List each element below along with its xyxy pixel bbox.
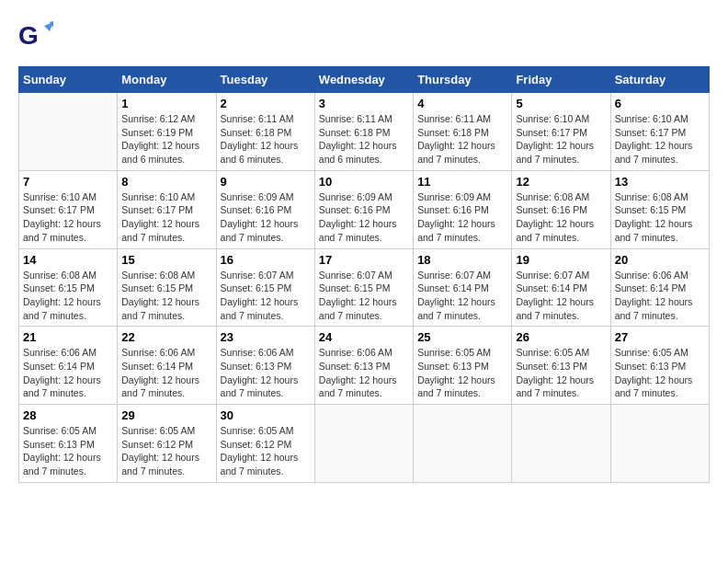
calendar-cell: 12Sunrise: 6:08 AM Sunset: 6:16 PM Dayli… bbox=[512, 170, 610, 248]
day-info: Sunrise: 6:05 AM Sunset: 6:12 PM Dayligh… bbox=[221, 424, 311, 478]
day-number: 12 bbox=[516, 175, 606, 189]
day-number: 18 bbox=[417, 253, 507, 267]
day-info: Sunrise: 6:06 AM Sunset: 6:13 PM Dayligh… bbox=[221, 346, 311, 400]
day-number: 11 bbox=[417, 175, 507, 189]
day-number: 20 bbox=[615, 253, 705, 267]
day-info: Sunrise: 6:07 AM Sunset: 6:14 PM Dayligh… bbox=[516, 269, 606, 323]
day-info: Sunrise: 6:10 AM Sunset: 6:17 PM Dayligh… bbox=[615, 112, 705, 167]
day-info: Sunrise: 6:09 AM Sunset: 6:16 PM Dayligh… bbox=[417, 190, 507, 245]
day-info: Sunrise: 6:10 AM Sunset: 6:17 PM Dayligh… bbox=[516, 112, 606, 167]
day-number: 26 bbox=[516, 330, 606, 344]
calendar-cell: 10Sunrise: 6:09 AM Sunset: 6:16 PM Dayli… bbox=[314, 170, 413, 248]
day-info: Sunrise: 6:08 AM Sunset: 6:16 PM Dayligh… bbox=[516, 190, 606, 245]
day-info: Sunrise: 6:07 AM Sunset: 6:15 PM Dayligh… bbox=[319, 269, 409, 323]
calendar-cell: 24Sunrise: 6:06 AM Sunset: 6:13 PM Dayli… bbox=[314, 327, 413, 405]
day-number: 17 bbox=[319, 253, 409, 267]
calendar-cell: 17Sunrise: 6:07 AM Sunset: 6:15 PM Dayli… bbox=[314, 248, 413, 327]
day-info: Sunrise: 6:07 AM Sunset: 6:15 PM Dayligh… bbox=[221, 269, 311, 323]
day-info: Sunrise: 6:05 AM Sunset: 6:13 PM Dayligh… bbox=[23, 424, 113, 478]
col-header-wednesday: Wednesday bbox=[314, 67, 413, 93]
day-info: Sunrise: 6:06 AM Sunset: 6:13 PM Dayligh… bbox=[319, 346, 409, 400]
day-info: Sunrise: 6:06 AM Sunset: 6:14 PM Dayligh… bbox=[615, 269, 705, 323]
col-header-thursday: Thursday bbox=[414, 67, 512, 93]
calendar-cell: 20Sunrise: 6:06 AM Sunset: 6:14 PM Dayli… bbox=[610, 248, 709, 327]
calendar-cell: 1Sunrise: 6:12 AM Sunset: 6:19 PM Daylig… bbox=[118, 93, 216, 171]
day-number: 22 bbox=[121, 330, 211, 344]
calendar-cell: 4Sunrise: 6:11 AM Sunset: 6:18 PM Daylig… bbox=[414, 93, 512, 171]
calendar-cell: 9Sunrise: 6:09 AM Sunset: 6:16 PM Daylig… bbox=[216, 170, 314, 248]
day-info: Sunrise: 6:11 AM Sunset: 6:18 PM Dayligh… bbox=[319, 112, 409, 167]
calendar-cell: 30Sunrise: 6:05 AM Sunset: 6:12 PM Dayli… bbox=[216, 405, 314, 483]
day-number: 5 bbox=[516, 97, 606, 110]
calendar-cell bbox=[610, 405, 709, 483]
day-number: 28 bbox=[23, 408, 113, 422]
col-header-monday: Monday bbox=[118, 67, 216, 93]
day-info: Sunrise: 6:11 AM Sunset: 6:18 PM Dayligh… bbox=[417, 112, 507, 167]
calendar-cell: 26Sunrise: 6:05 AM Sunset: 6:13 PM Dayli… bbox=[512, 327, 610, 405]
day-number: 30 bbox=[221, 408, 311, 422]
day-number: 19 bbox=[516, 253, 606, 267]
calendar-cell: 28Sunrise: 6:05 AM Sunset: 6:13 PM Dayli… bbox=[19, 405, 118, 483]
calendar-cell: 25Sunrise: 6:05 AM Sunset: 6:13 PM Dayli… bbox=[414, 327, 512, 405]
calendar-cell: 27Sunrise: 6:05 AM Sunset: 6:13 PM Dayli… bbox=[610, 327, 709, 405]
calendar-cell bbox=[512, 405, 610, 483]
col-header-tuesday: Tuesday bbox=[216, 67, 314, 93]
day-info: Sunrise: 6:05 AM Sunset: 6:13 PM Dayligh… bbox=[417, 346, 507, 400]
calendar-cell bbox=[314, 405, 413, 483]
day-number: 3 bbox=[319, 97, 409, 110]
calendar-table: SundayMondayTuesdayWednesdayThursdayFrid… bbox=[18, 66, 710, 483]
day-number: 16 bbox=[221, 253, 311, 267]
day-info: Sunrise: 6:08 AM Sunset: 6:15 PM Dayligh… bbox=[121, 269, 211, 323]
day-info: Sunrise: 6:12 AM Sunset: 6:19 PM Dayligh… bbox=[121, 112, 211, 167]
day-number: 21 bbox=[23, 330, 113, 344]
day-number: 15 bbox=[121, 253, 211, 267]
calendar-cell bbox=[414, 405, 512, 483]
logo: G bbox=[18, 18, 57, 57]
calendar-cell: 21Sunrise: 6:06 AM Sunset: 6:14 PM Dayli… bbox=[19, 327, 118, 405]
day-info: Sunrise: 6:10 AM Sunset: 6:17 PM Dayligh… bbox=[23, 190, 113, 245]
calendar-cell: 5Sunrise: 6:10 AM Sunset: 6:17 PM Daylig… bbox=[512, 93, 610, 171]
day-number: 4 bbox=[417, 97, 507, 110]
day-info: Sunrise: 6:11 AM Sunset: 6:18 PM Dayligh… bbox=[221, 112, 311, 167]
svg-text:G: G bbox=[18, 21, 39, 50]
calendar-cell: 6Sunrise: 6:10 AM Sunset: 6:17 PM Daylig… bbox=[610, 93, 709, 171]
day-number: 29 bbox=[121, 408, 211, 422]
day-info: Sunrise: 6:05 AM Sunset: 6:13 PM Dayligh… bbox=[615, 346, 705, 400]
calendar-cell: 29Sunrise: 6:05 AM Sunset: 6:12 PM Dayli… bbox=[118, 405, 216, 483]
col-header-friday: Friday bbox=[512, 67, 610, 93]
calendar-cell: 7Sunrise: 6:10 AM Sunset: 6:17 PM Daylig… bbox=[19, 170, 118, 248]
day-number: 14 bbox=[23, 253, 113, 267]
day-info: Sunrise: 6:07 AM Sunset: 6:14 PM Dayligh… bbox=[417, 269, 507, 323]
calendar-cell: 11Sunrise: 6:09 AM Sunset: 6:16 PM Dayli… bbox=[414, 170, 512, 248]
calendar-cell: 23Sunrise: 6:06 AM Sunset: 6:13 PM Dayli… bbox=[216, 327, 314, 405]
day-info: Sunrise: 6:05 AM Sunset: 6:13 PM Dayligh… bbox=[516, 346, 606, 400]
day-info: Sunrise: 6:06 AM Sunset: 6:14 PM Dayligh… bbox=[23, 346, 113, 400]
day-number: 13 bbox=[615, 175, 705, 189]
day-number: 27 bbox=[615, 330, 705, 344]
day-number: 10 bbox=[319, 175, 409, 189]
day-number: 2 bbox=[221, 97, 311, 110]
day-number: 6 bbox=[615, 97, 705, 110]
col-header-sunday: Sunday bbox=[19, 67, 118, 93]
day-number: 23 bbox=[221, 330, 311, 344]
calendar-cell: 18Sunrise: 6:07 AM Sunset: 6:14 PM Dayli… bbox=[414, 248, 512, 327]
calendar-cell: 15Sunrise: 6:08 AM Sunset: 6:15 PM Dayli… bbox=[118, 248, 216, 327]
calendar-cell: 13Sunrise: 6:08 AM Sunset: 6:15 PM Dayli… bbox=[610, 170, 709, 248]
calendar-cell: 3Sunrise: 6:11 AM Sunset: 6:18 PM Daylig… bbox=[314, 93, 413, 171]
calendar-cell: 8Sunrise: 6:10 AM Sunset: 6:17 PM Daylig… bbox=[118, 170, 216, 248]
calendar-cell: 22Sunrise: 6:06 AM Sunset: 6:14 PM Dayli… bbox=[118, 327, 216, 405]
day-number: 24 bbox=[319, 330, 409, 344]
day-number: 1 bbox=[121, 97, 211, 110]
day-info: Sunrise: 6:08 AM Sunset: 6:15 PM Dayligh… bbox=[615, 190, 705, 245]
day-number: 25 bbox=[417, 330, 507, 344]
calendar-cell: 2Sunrise: 6:11 AM Sunset: 6:18 PM Daylig… bbox=[216, 93, 314, 171]
calendar-cell: 19Sunrise: 6:07 AM Sunset: 6:14 PM Dayli… bbox=[512, 248, 610, 327]
day-info: Sunrise: 6:10 AM Sunset: 6:17 PM Dayligh… bbox=[121, 190, 211, 245]
day-number: 7 bbox=[23, 175, 113, 189]
day-info: Sunrise: 6:09 AM Sunset: 6:16 PM Dayligh… bbox=[221, 190, 311, 245]
col-header-saturday: Saturday bbox=[610, 67, 709, 93]
calendar-cell: 14Sunrise: 6:08 AM Sunset: 6:15 PM Dayli… bbox=[19, 248, 118, 327]
day-info: Sunrise: 6:06 AM Sunset: 6:14 PM Dayligh… bbox=[121, 346, 211, 400]
page-header: G bbox=[18, 18, 710, 57]
day-info: Sunrise: 6:08 AM Sunset: 6:15 PM Dayligh… bbox=[23, 269, 113, 323]
